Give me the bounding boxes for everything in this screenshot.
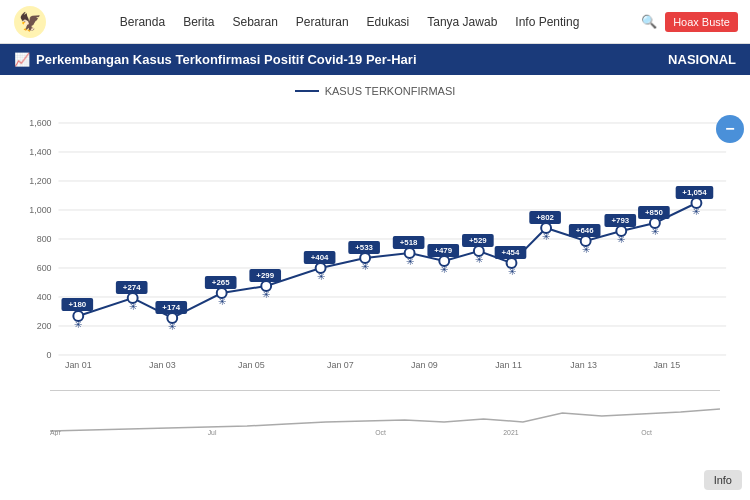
svg-text:+1,054: +1,054 [682, 188, 707, 197]
svg-text:✳: ✳ [542, 231, 550, 242]
svg-text:✳: ✳ [168, 321, 176, 332]
svg-text:+850: +850 [645, 208, 663, 217]
svg-text:Jul: Jul [208, 429, 217, 436]
svg-text:✳: ✳ [406, 256, 414, 267]
svg-text:+518: +518 [400, 238, 418, 247]
svg-text:+793: +793 [611, 216, 629, 225]
svg-text:1,400: 1,400 [29, 147, 51, 157]
svg-text:1,200: 1,200 [29, 176, 51, 186]
svg-text:✳: ✳ [508, 266, 516, 277]
svg-text:Jan 01: Jan 01 [65, 360, 92, 370]
chart-header: 📈 Perkembangan Kasus Terkonfirmasi Posit… [0, 44, 750, 75]
chart-container: − KASUS TERKONFIRMASI .grid-line { strok… [0, 75, 750, 445]
data-point-4: +265 [205, 276, 237, 298]
svg-text:+454: +454 [502, 248, 520, 257]
chart-region: NASIONAL [668, 52, 736, 67]
chart-legend: KASUS TERKONFIRMASI [14, 85, 736, 97]
nav-tanya-jawab[interactable]: Tanya Jawab [427, 15, 497, 29]
svg-text:Jan 15: Jan 15 [653, 360, 680, 370]
data-point-3: +174 [155, 301, 187, 323]
nav-beranda[interactable]: Beranda [120, 15, 165, 29]
nav-sebaran[interactable]: Sebaran [232, 15, 277, 29]
svg-text:Jan 11: Jan 11 [495, 360, 522, 370]
svg-text:+533: +533 [355, 243, 373, 252]
nav-info-penting[interactable]: Info Penting [515, 15, 579, 29]
svg-text:Jan 13: Jan 13 [570, 360, 597, 370]
svg-text:✳: ✳ [129, 301, 137, 312]
data-point-1: ⚙ +180 [61, 298, 93, 321]
chart-title: Perkembangan Kasus Terkonfirmasi Positif… [36, 52, 417, 67]
main-chart: .grid-line { stroke: #ddd; stroke-width:… [14, 103, 736, 383]
data-point-15: +850 [638, 206, 670, 228]
svg-text:✳: ✳ [218, 296, 226, 307]
svg-text:0: 0 [47, 350, 52, 360]
svg-text:400: 400 [37, 292, 52, 302]
svg-text:✳: ✳ [74, 319, 82, 330]
logo: 🦅 [12, 4, 48, 40]
info-button[interactable]: Info [704, 470, 742, 490]
svg-text:✳: ✳ [262, 289, 270, 300]
svg-text:+299: +299 [256, 271, 274, 280]
svg-text:Jan 05: Jan 05 [238, 360, 265, 370]
data-point-2: +274 [116, 281, 148, 303]
svg-text:Jan 07: Jan 07 [327, 360, 354, 370]
chart-header-title: 📈 Perkembangan Kasus Terkonfirmasi Posit… [14, 52, 417, 67]
svg-text:2021: 2021 [503, 429, 518, 436]
svg-text:✳: ✳ [651, 226, 659, 237]
svg-text:+479: +479 [434, 246, 452, 255]
navbar: 🦅 Beranda Berita Sebaran Peraturan Eduka… [0, 0, 750, 44]
svg-text:200: 200 [37, 321, 52, 331]
svg-text:+404: +404 [311, 253, 329, 262]
svg-text:✳: ✳ [361, 261, 369, 272]
svg-text:🦅: 🦅 [19, 11, 42, 33]
data-point-10: +529 [462, 234, 494, 256]
svg-text:+174: +174 [162, 303, 180, 312]
search-icon[interactable]: 🔍 [641, 14, 657, 29]
svg-text:1,600: 1,600 [29, 118, 51, 128]
svg-text:✳: ✳ [582, 244, 590, 255]
svg-text:✳: ✳ [475, 254, 483, 265]
data-point-16: +1,054 [676, 186, 714, 208]
svg-text:✳: ✳ [317, 271, 325, 282]
svg-text:✳: ✳ [440, 264, 448, 275]
svg-text:Jan 09: Jan 09 [411, 360, 438, 370]
data-point-9: +479 [427, 244, 459, 266]
svg-text:+646: +646 [576, 226, 594, 235]
svg-text:Oct: Oct [375, 429, 386, 436]
data-point-12: +802 [529, 211, 561, 233]
chart-icon: 📈 [14, 52, 30, 67]
svg-text:800: 800 [37, 234, 52, 244]
nav-berita[interactable]: Berita [183, 15, 214, 29]
nav-links: Beranda Berita Sebaran Peraturan Edukasi… [58, 15, 641, 29]
svg-text:+274: +274 [123, 283, 141, 292]
svg-text:✳: ✳ [617, 234, 625, 245]
svg-text:Oct: Oct [641, 429, 652, 436]
legend-label: KASUS TERKONFIRMASI [325, 85, 456, 97]
data-point-13: +646 [569, 224, 601, 246]
svg-text:600: 600 [37, 263, 52, 273]
data-point-11: +454 [495, 246, 527, 268]
svg-text:+802: +802 [536, 213, 554, 222]
svg-text:✳: ✳ [692, 206, 700, 217]
nav-edukasi[interactable]: Edukasi [367, 15, 410, 29]
data-point-14: +793 [604, 214, 636, 236]
legend-line [295, 90, 319, 92]
mini-map: Apr Jul Oct 2021 Oct [50, 390, 720, 435]
nav-peraturan[interactable]: Peraturan [296, 15, 349, 29]
svg-text:Jan 03: Jan 03 [149, 360, 176, 370]
svg-text:Apr: Apr [50, 429, 61, 436]
svg-text:+265: +265 [212, 278, 230, 287]
svg-text:+180: +180 [68, 300, 86, 309]
zoom-out-button[interactable]: − [716, 115, 744, 143]
chart-line [78, 203, 696, 318]
data-point-6: +404 [304, 251, 336, 273]
hoax-buster-button[interactable]: Hoax Buste [665, 12, 738, 32]
svg-text:+529: +529 [469, 236, 487, 245]
nav-icons: 🔍 Hoax Buste [641, 12, 738, 32]
svg-text:1,000: 1,000 [29, 205, 51, 215]
